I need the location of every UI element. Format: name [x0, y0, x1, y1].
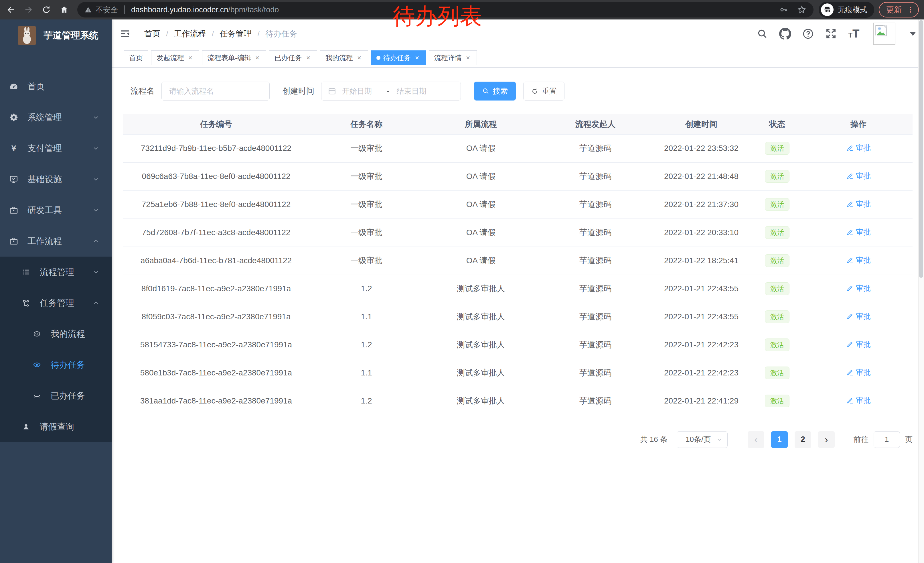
sidebar-item-devtools[interactable]: 研发工具 [0, 195, 112, 226]
tab[interactable]: 流程详情 × [429, 50, 477, 65]
close-icon[interactable]: × [414, 54, 420, 61]
close-icon[interactable]: × [254, 54, 261, 61]
cell-starter: 芋道源码 [538, 219, 652, 246]
page-size-select[interactable]: 10条/页 [676, 431, 728, 448]
date-range-picker[interactable]: 开始日期 - 结束日期 [321, 82, 461, 101]
close-icon[interactable]: × [305, 54, 312, 61]
breadcrumb-item[interactable]: 任务管理 [220, 29, 252, 39]
sidebar-item-label: 首页 [27, 81, 45, 93]
close-icon[interactable]: × [465, 54, 471, 61]
sidebar-item-todo-tasks[interactable]: 待办任务 [0, 349, 112, 380]
cell-process: 测试多审批人 [424, 275, 538, 303]
cell-process: OA 请假 [424, 246, 538, 275]
warning-icon [84, 6, 92, 14]
next-page-button[interactable]: › [818, 431, 835, 448]
cell-process: 测试多审批人 [424, 303, 538, 331]
cell-task-name: 1.2 [309, 275, 424, 303]
github-icon[interactable] [778, 27, 792, 41]
chevron-down-icon [716, 436, 723, 443]
scrollbar-thumb[interactable] [919, 20, 923, 278]
sidebar-item-infrastructure[interactable]: 基础设施 [0, 164, 112, 195]
cell-task-id: 8f0d1619-7ac8-11ec-a9e2-a2380e71991a [123, 275, 309, 303]
breadcrumb-item[interactable]: 首页 [144, 29, 160, 39]
sidebar-menu: 首页 系统管理 ¥ 支付管理 基础设施 [0, 71, 112, 442]
column-header: 操作 [804, 114, 912, 134]
browser-menu-icon[interactable] [907, 6, 914, 14]
key-icon[interactable] [779, 5, 788, 14]
tab[interactable]: 发起流程 × [151, 50, 199, 65]
help-icon[interactable] [801, 27, 814, 41]
update-button[interactable]: 更新 [879, 2, 919, 18]
tab[interactable]: 流程表单-编辑 × [202, 50, 266, 65]
chevron-down-icon [92, 176, 100, 183]
reset-button-label: 重置 [542, 86, 557, 96]
close-icon[interactable]: × [187, 54, 194, 61]
security-label: 不安全 [96, 5, 118, 15]
cell-create-time: 2022-01-22 21:48:48 [652, 162, 750, 191]
reload-button[interactable] [39, 3, 53, 17]
font-size-icon[interactable]: TT [847, 27, 861, 41]
tab[interactable]: 已办任务 × [269, 50, 317, 65]
page-number-button[interactable]: 1 [771, 431, 788, 448]
tab[interactable]: 首页 [124, 50, 148, 65]
back-button[interactable] [4, 3, 18, 17]
sidebar-item-leave-query[interactable]: 请假查询 [0, 411, 112, 442]
start-date-placeholder[interactable]: 开始日期 [342, 86, 385, 96]
cell-starter: 芋道源码 [538, 387, 652, 415]
table-row: a6aba0a4-7b6d-11ec-b781-acde48001122 一级审… [123, 246, 912, 275]
approve-link[interactable]: 审批 [846, 395, 871, 405]
page-number-button[interactable]: 2 [795, 431, 811, 448]
security-chip[interactable]: 不安全 [84, 5, 118, 15]
fold-icon [120, 29, 130, 39]
avatar-dropdown-caret[interactable] [910, 32, 916, 36]
cell-starter: 芋道源码 [538, 162, 652, 191]
avatar[interactable] [873, 23, 896, 45]
goto-page-input[interactable] [874, 431, 900, 448]
app-logo-row[interactable]: 芋道管理系统 [0, 20, 112, 51]
search-button[interactable]: 搜索 [474, 82, 516, 101]
prev-page-button[interactable]: ‹ [748, 431, 764, 448]
tags-view: 首页 发起流程 × 流程表单-编辑 × 已办任务 [112, 48, 924, 68]
sidebar-item-workflow[interactable]: 工作流程 [0, 226, 112, 257]
breadcrumb-item[interactable]: 工作流程 [174, 29, 206, 39]
table-row: 8f059c03-7ac8-11ec-a9e2-a2380e71991a 1.1… [123, 303, 912, 331]
approve-link[interactable]: 审批 [846, 339, 871, 349]
sidebar-collapse-button[interactable] [120, 28, 131, 39]
sidebar-item-my-process[interactable]: 我的流程 [0, 318, 112, 349]
table-row: 75d72608-7b7f-11ec-a3c8-acde48001122 一级审… [123, 219, 912, 246]
approve-link[interactable]: 审批 [846, 199, 871, 209]
search-icon[interactable] [756, 27, 769, 41]
sidebar-item-payment[interactable]: ¥ 支付管理 [0, 133, 112, 164]
gear-icon [9, 113, 18, 122]
tab[interactable]: 待办任务 × [371, 50, 426, 65]
edit-pencil-icon [846, 285, 854, 292]
forward-button[interactable] [22, 3, 36, 17]
sidebar-item-process-management[interactable]: 流程管理 [0, 257, 112, 288]
cell-starter: 芋道源码 [538, 303, 652, 331]
home-button[interactable] [57, 3, 71, 17]
chevron-down-icon [92, 268, 100, 276]
approve-link[interactable]: 审批 [846, 255, 871, 265]
approve-link[interactable]: 审批 [846, 283, 871, 293]
bookmark-star-icon[interactable] [797, 5, 807, 15]
cell-process: 测试多审批人 [424, 331, 538, 359]
tab-label: 发起流程 [157, 53, 184, 62]
sidebar-item-home[interactable]: 首页 [0, 71, 112, 102]
end-date-placeholder[interactable]: 结束日期 [397, 86, 440, 96]
sidebar-item-task-management[interactable]: 任务管理 [0, 288, 112, 318]
approve-link[interactable]: 审批 [846, 311, 871, 321]
sidebar-item-system[interactable]: 系统管理 [0, 102, 112, 133]
approve-link[interactable]: 审批 [846, 368, 871, 377]
sidebar-item-done-tasks[interactable]: 已办任务 [0, 380, 112, 411]
approve-link[interactable]: 审批 [846, 143, 871, 153]
table-row: 381aa1dd-7ac8-11ec-a9e2-a2380e71991a 1.2… [123, 387, 912, 415]
process-name-input[interactable] [162, 82, 270, 101]
tab[interactable]: 我的流程 × [320, 50, 368, 65]
approve-link[interactable]: 审批 [846, 171, 871, 181]
fullscreen-icon[interactable] [824, 27, 837, 41]
process-name-label: 流程名 [130, 86, 154, 96]
close-icon[interactable]: × [356, 54, 363, 61]
cell-task-id: 58154733-7ac8-11ec-a9e2-a2380e71991a [123, 331, 309, 359]
reset-button[interactable]: 重置 [523, 82, 564, 101]
approve-link[interactable]: 审批 [846, 227, 871, 237]
